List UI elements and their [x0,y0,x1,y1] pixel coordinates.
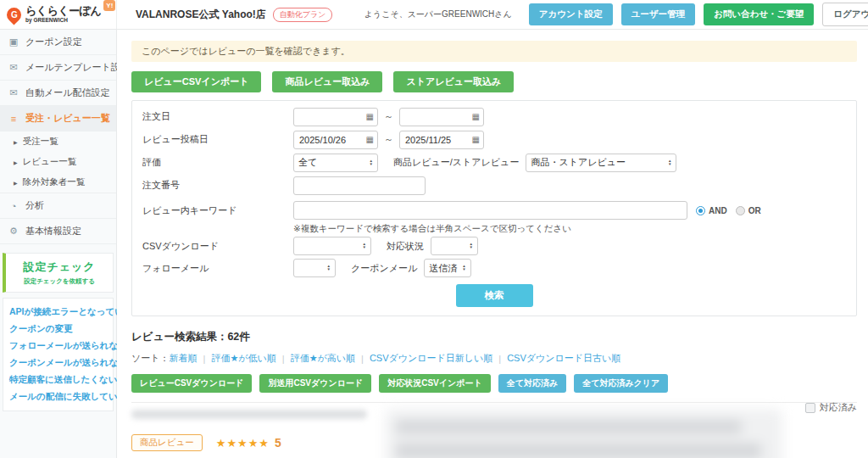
mark-all-done-button[interactable]: 全て対応済み [498,374,566,393]
sidebar-subitem-label: レビュー一覧 [23,156,77,168]
filter-row-keyword: レビュー内キーワード AND OR ※複数キーワードで検索する場合は半角スペース [132,197,856,235]
or-radio[interactable] [736,206,745,215]
sidebar-item-auto-mail[interactable]: ✉ 自動メール配信設定 [0,81,116,106]
store-info: VALANROSE公式 Yahoo!店 自動化プラン [136,8,332,22]
coupon-mail-select-value: 送信済 [429,262,457,275]
sidebar-item-basic-settings[interactable]: ⚙ 基本情報設定 [0,219,116,244]
help-link-mail-failure[interactable]: メールの配信に失敗している [8,388,108,405]
review-csv-download-button[interactable]: レビューCSVダウンロード [131,374,252,393]
envelope-icon: ✉ [7,62,20,73]
sort-link-rating-high[interactable]: 評価★が高い順 [291,352,355,365]
sidebar-subitem-orders[interactable]: ▶ 受注一覧 [0,131,116,152]
contact-button[interactable]: お問い合わせ・ご要望 [704,3,814,25]
done-checkbox-wrap: 対応済み [805,401,857,414]
user-management-button[interactable]: ユーザー管理 [621,3,696,25]
follow-mail-select[interactable]: ▲▼ [293,259,336,277]
date-range-tilde: ～ [384,133,393,146]
sidebar: ▣ クーポン設定 ✉ メールテンプレート設定 ✉ 自動メール配信設定 ≡ 受注・… [0,30,117,458]
sidebar-item-label: 分析 [25,199,44,212]
separate-csv-download-button[interactable]: 別送用CSVダウンロード [259,374,371,393]
review-list-item: 対応済み 商品レビュー ★★★★★ 5 評価日：2025-11-23 フォローメ… [131,403,857,458]
done-checkbox[interactable] [805,403,815,413]
sidebar-item-analytics[interactable]: ◔ 分析 [0,193,116,219]
sort-label: ソート： [131,352,170,365]
sidebar-item-coupon-settings[interactable]: ▣ クーポン設定 [0,30,116,55]
done-checkbox-label: 対応済み [820,401,857,414]
auto-mail-icon: ✉ [7,87,20,98]
help-link-api-error[interactable]: APIが接続エラーとなっている [8,304,108,321]
rating-label: 評価 [142,156,293,169]
filter-row-order-number: 注文番号 [132,174,856,197]
logout-button[interactable]: ログアウト [822,3,868,26]
review-date-label: レビュー投稿日 [142,133,293,146]
review-date-from-input[interactable] [293,131,378,149]
page: G らくらくーぽん by GREENWICH Y! VALANROSE公式 Ya… [0,0,868,458]
plan-badge: 自動化プラン [273,8,333,22]
sidebar-item-label: メールテンプレート設定 [25,61,130,74]
order-number-input[interactable] [293,176,426,195]
csv-download-select[interactable]: ▲▼ [293,237,371,255]
filter-row-order-date: 注文日 ▦ ～ ▦ [132,105,856,128]
review-type-label: 商品レビュー/ストアレビュー [393,156,519,169]
help-link-coupon-mail[interactable]: クーポンメールが送られない [8,355,108,371]
sidebar-subitem-label: 受注一覧 [23,136,58,148]
order-number-label: 注文番号 [142,179,293,192]
order-date-to-wrap: ▦ [399,108,484,126]
brand-text: らくらくーぽん by GREENWICH [25,5,101,24]
sidebar-item-label: 自動メール配信設定 [25,87,110,99]
sidebar-subitem-excluded[interactable]: ▶ 除外対象者一覧 [0,172,116,193]
sidebar-item-label: 基本情報設定 [25,225,81,237]
sort-link-newest[interactable]: 新着順 [170,352,198,365]
page-notice: このページではレビューの一覧を確認できます。 [131,41,857,62]
review-type-select[interactable]: 商品・ストアレビュー ▲▼ [526,154,676,172]
review-type-badge: 商品レビュー [131,434,203,451]
store-review-fetch-button[interactable]: ストアレビュー取込み [393,71,514,92]
status-select[interactable]: ▲▼ [431,237,478,255]
sort-separator: | [498,354,501,364]
status-csv-import-button[interactable]: 対応状況CSVインポート [379,374,491,393]
rating-number: 5 [275,436,281,450]
blurred-review-text [386,409,782,458]
search-filter-panel: 注文日 ▦ ～ ▦ レビュー投稿日 ▦ [131,100,857,316]
select-arrows-icon: ▲▼ [370,159,373,166]
sort-link-csv-newest[interactable]: CSVダウンロード日新しい順 [370,352,492,365]
pie-chart-icon: ◔ [7,201,20,211]
keyword-input[interactable] [293,201,687,220]
sort-link-csv-oldest[interactable]: CSVダウンロード日古い順 [507,352,620,365]
triangle-right-icon: ▶ [14,159,18,165]
coupon-mail-select[interactable]: 送信済 ▲▼ [424,259,470,277]
search-button[interactable]: 検索 [456,284,533,307]
keyword-label: レビュー内キーワード [142,201,293,220]
rating-select[interactable]: 全て ▲▼ [293,154,378,172]
review-date-to-input[interactable] [399,131,484,149]
help-link-coupon-change[interactable]: クーポンの変更 [8,321,108,338]
brand-name: らくらくーぽん [25,5,101,16]
settings-check-panel[interactable]: 設定チェック 設定チェックを依頼する [3,253,114,293]
coupon-icon: ▣ [7,36,20,47]
app-logo[interactable]: G らくらくーぽん by GREENWICH Y! [0,0,117,29]
sidebar-subitem-reviews[interactable]: ▶ レビュー一覧 [0,152,116,172]
clear-all-done-button[interactable]: 全て対応済みクリア [574,374,668,393]
settings-check-title: 設定チェック [9,260,109,275]
header-right: ようこそ、スーパーGREENWICHさん アカウント設定 ユーザー管理 お問い合… [364,3,868,26]
and-radio[interactable] [696,206,705,215]
help-link-specific-customer[interactable]: 特定顧客に送信したくない [8,371,108,388]
sidebar-item-mail-template[interactable]: ✉ メールテンプレート設定 [0,55,116,81]
follow-mail-label: フォローメール [142,262,293,275]
order-date-to-input[interactable] [399,108,484,126]
product-review-fetch-button[interactable]: 商品レビュー取込み [272,71,382,92]
help-link-follow-mail[interactable]: フォローメールが送られない [8,338,108,355]
review-date-to-wrap: ▦ [399,131,484,149]
select-arrows-icon: ▲▼ [363,243,366,249]
sidebar-subitem-label: 除外対象者一覧 [23,176,86,188]
sidebar-item-orders-reviews[interactable]: ≡ 受注・レビュー一覧 [0,106,116,131]
and-radio-label: AND [709,206,727,215]
sort-row: ソート： 新着順 | 評価★が低い順 | 評価★が高い順 | CSVダウンロード… [131,352,857,365]
blurred-product-title [131,410,367,419]
account-settings-button[interactable]: アカウント設定 [529,3,613,25]
main-content: このページではレビューの一覧を確認できます。 レビューCSVインポート 商品レビ… [117,30,868,458]
sort-link-rating-low[interactable]: 評価★が低い順 [211,352,275,365]
review-csv-import-button[interactable]: レビューCSVインポート [131,71,261,92]
order-date-from-input[interactable] [293,108,378,126]
triangle-right-icon: ▶ [14,139,18,145]
